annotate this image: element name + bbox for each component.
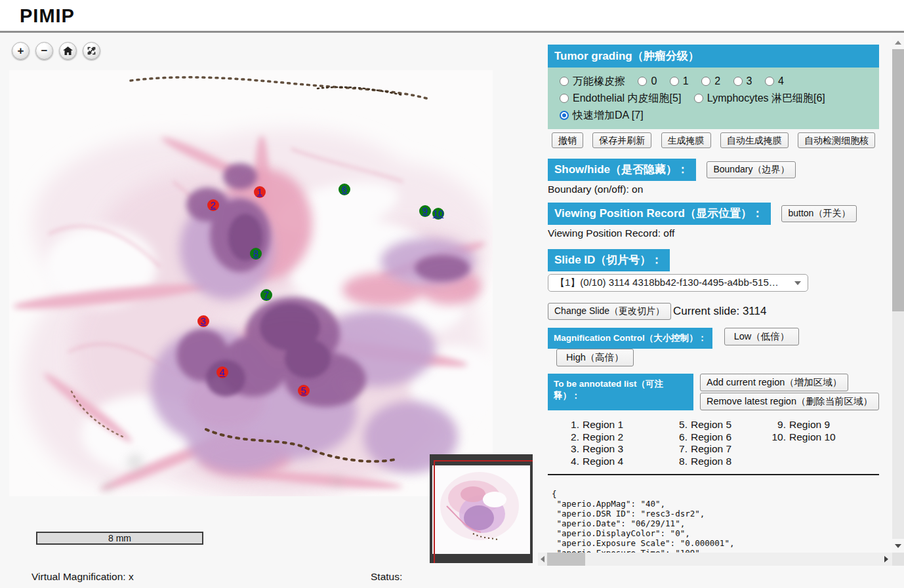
slide-id-header: Slide ID（切片号）：	[548, 249, 670, 271]
show-hide-header: Show/hide（是否隐藏）：	[548, 159, 696, 181]
radio-option-3[interactable]: 3	[733, 75, 752, 87]
annotation-marker-3[interactable]: 3	[197, 315, 209, 327]
horizontal-scrollbar[interactable]	[538, 553, 892, 566]
status-label: Status:	[371, 571, 402, 583]
viewing-position-header: Viewing Position Record（显示位置）：	[548, 203, 771, 225]
annotation-marker-10[interactable]: 10	[432, 208, 444, 220]
annotation-marker-2[interactable]: 2	[207, 199, 219, 211]
app-title: PIMIP	[20, 5, 75, 27]
radio-option-eraser[interactable]: 万能橡皮擦	[560, 75, 625, 87]
fullscreen-icon	[87, 46, 96, 56]
slide-select-dropdown[interactable]: 【1】(0/10) 3114 4318bb42-f130-4495-a4bb-5…	[548, 274, 808, 292]
viewing-position-status: Viewing Position Record: off	[548, 227, 879, 239]
triangle-up-icon	[895, 41, 901, 45]
annotation-marker-7[interactable]: 7	[260, 289, 272, 301]
radio-option-lymphocytes[interactable]: Lymphocytes 淋巴细胞[6]	[694, 92, 825, 104]
current-slide-label: Current slide: 3114	[673, 305, 766, 318]
region-list-item: 9.Region 9	[768, 419, 866, 431]
region-list-item: 7.Region 7	[669, 443, 768, 456]
annotation-marker-1[interactable]: 1	[254, 186, 266, 198]
tumor-grading-options: 万能橡皮擦 0 1 2 3 4 Endothelial 内皮细胞[5] Lymp…	[548, 68, 879, 129]
navigator-viewport[interactable]	[434, 460, 533, 563]
scroll-left-arrow[interactable]	[538, 553, 547, 566]
triangle-left-icon	[541, 556, 544, 562]
radio-option-0[interactable]: 0	[638, 75, 657, 87]
radio-option-2[interactable]: 2	[701, 75, 720, 87]
high-magnification-button[interactable]: High（高倍）	[556, 349, 634, 366]
change-slide-button[interactable]: Change Slide（更改切片）	[548, 303, 671, 320]
control-panel: Tumor grading（肿瘤分级） 万能橡皮擦 0 1 2 3 4 Endo…	[548, 45, 879, 553]
radio-icon[interactable]	[765, 77, 774, 86]
app-header: PIMIP	[0, 0, 904, 33]
region-list-item: 3.Region 3	[561, 443, 669, 456]
remove-region-button[interactable]: Remove latest region（删除当前区域）	[700, 393, 879, 410]
add-region-button[interactable]: Add current region（增加区域）	[700, 374, 848, 391]
chevron-down-icon	[794, 281, 801, 285]
zoom-in-button[interactable]: +	[12, 42, 30, 60]
low-magnification-button[interactable]: Low（低倍）	[724, 328, 800, 345]
radio-icon[interactable]	[560, 94, 569, 103]
navigator[interactable]	[430, 454, 533, 563]
scroll-down-arrow[interactable]	[892, 539, 904, 553]
region-list-item: 5.Region 5	[669, 419, 768, 431]
radio-icon[interactable]	[733, 77, 743, 86]
scroll-up-arrow[interactable]	[892, 36, 904, 49]
vertical-scrollbar[interactable]	[892, 36, 904, 553]
radio-icon-selected[interactable]	[560, 111, 569, 120]
region-list-item: 2.Region 2	[561, 431, 669, 444]
save-refresh-button[interactable]: 保存并刷新	[592, 132, 651, 148]
slide-metadata-json: { "aperio.AppMag": "40", "aperio.DSR ID"…	[548, 489, 879, 553]
slide-viewer-canvas[interactable]: 1 2 3 4 5 6 7 8 9 10	[9, 70, 493, 496]
region-list-item: 6.Region 6	[669, 431, 768, 444]
magnification-header: Magnification Control（大小控制）：	[548, 328, 712, 349]
radio-icon[interactable]	[638, 77, 647, 86]
home-icon	[63, 47, 73, 56]
virtual-magnification-label: Virtual Magnification: x	[31, 571, 134, 583]
annotation-marker-8[interactable]: 8	[250, 248, 262, 260]
action-button-row: 撤销 保存并刷新 生成掩膜 自动生成掩膜 自动检测细胞核	[552, 132, 875, 148]
minus-icon: −	[41, 45, 48, 58]
radio-option-fast-da[interactable]: 快速增加DA [7]	[560, 109, 644, 121]
radio-icon[interactable]	[670, 77, 679, 86]
full-page-button[interactable]	[83, 42, 100, 60]
radio-option-endothelial[interactable]: Endothelial 内皮细胞[5]	[560, 92, 681, 104]
boundary-toggle-button[interactable]: Boundary（边界）	[707, 161, 796, 178]
home-button[interactable]	[59, 42, 77, 60]
radio-option-1[interactable]: 1	[670, 75, 689, 87]
vertical-scrollbar-thumb[interactable]	[892, 49, 904, 311]
scale-bar: 8 mm	[36, 532, 203, 545]
region-list-item: 8.Region 8	[669, 456, 768, 468]
scrollbar-corner	[892, 553, 904, 566]
auto-generate-mask-button[interactable]: 自动生成掩膜	[720, 132, 789, 148]
region-list: 1.Region 1 2.Region 2 3.Region 3 4.Regio…	[548, 419, 879, 467]
viewer-controls: + −	[12, 42, 100, 60]
radio-icon[interactable]	[560, 77, 569, 86]
viewing-position-toggle-button[interactable]: button（开关）	[781, 205, 857, 222]
region-list-item: 10.Region 10	[768, 431, 866, 444]
horizontal-scrollbar-thumb[interactable]	[547, 553, 585, 566]
whole-slide-image	[9, 70, 493, 496]
plus-icon: +	[18, 45, 24, 58]
annotation-marker-6[interactable]: 6	[339, 184, 350, 195]
boundary-status: Boundary (on/off): on	[548, 184, 879, 195]
section-divider	[548, 474, 879, 475]
tumor-grading-header: Tumor grading（肿瘤分级）	[548, 45, 879, 68]
radio-icon[interactable]	[701, 77, 710, 86]
slide-select-value: 【1】(0/10) 3114 4318bb42-f130-4495-a4bb-5…	[555, 277, 789, 289]
auto-detect-nuclei-button[interactable]: 自动检测细胞核	[798, 132, 875, 148]
annotation-marker-5[interactable]: 5	[298, 385, 310, 397]
annotate-list-header: To be annotated list（可注释）：	[548, 374, 693, 410]
undo-button[interactable]: 撤销	[552, 132, 583, 148]
zoom-out-button[interactable]: −	[35, 42, 53, 60]
triangle-down-icon	[895, 544, 901, 548]
radio-icon[interactable]	[694, 94, 703, 103]
region-list-item: 1.Region 1	[561, 419, 669, 431]
scroll-right-arrow[interactable]	[882, 553, 891, 566]
generate-mask-button[interactable]: 生成掩膜	[661, 132, 711, 148]
region-list-item: 4.Region 4	[561, 456, 669, 468]
triangle-right-icon	[884, 556, 888, 562]
radio-option-4[interactable]: 4	[765, 75, 784, 87]
annotation-marker-4[interactable]: 4	[216, 366, 228, 378]
